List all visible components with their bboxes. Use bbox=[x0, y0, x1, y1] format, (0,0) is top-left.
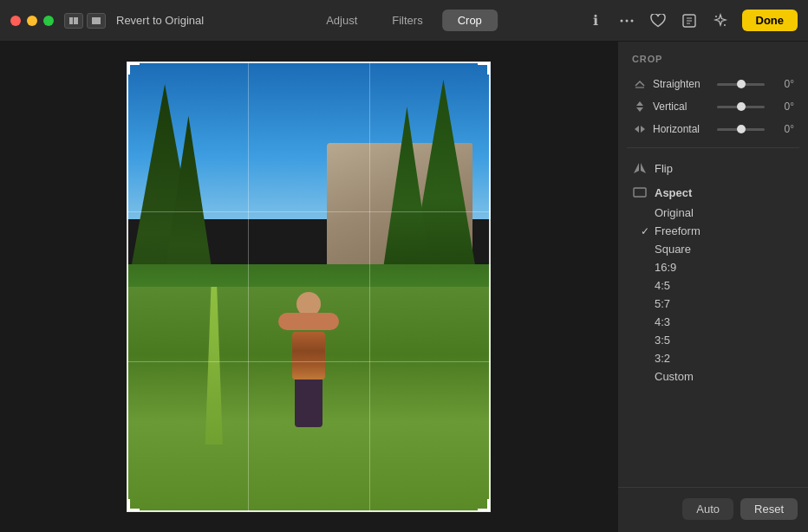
tab-crop[interactable]: Crop bbox=[442, 10, 498, 31]
straighten-value: 0° bbox=[770, 78, 794, 90]
tab-bar: Adjust Filters Crop bbox=[310, 10, 498, 31]
maximize-button[interactable] bbox=[43, 16, 54, 26]
person-legs bbox=[295, 380, 323, 427]
titlebar: Revert to Original Adjust Filters Crop ℹ… bbox=[0, 0, 808, 42]
main-content: CROP Straighten 0° Vertical bbox=[0, 42, 808, 532]
straighten-label: Straighten bbox=[653, 78, 712, 90]
flip-label: Flip bbox=[655, 162, 673, 175]
straighten-thumb[interactable] bbox=[737, 80, 746, 88]
svg-point-8 bbox=[724, 24, 726, 26]
heart-button[interactable] bbox=[648, 11, 668, 30]
tab-adjust[interactable]: Adjust bbox=[310, 10, 373, 31]
done-button[interactable]: Done bbox=[742, 10, 798, 31]
flip-icon bbox=[632, 160, 648, 176]
person-arms bbox=[278, 313, 339, 330]
vertical-slider[interactable] bbox=[717, 106, 765, 108]
aspect-freeform[interactable]: Freeform bbox=[618, 222, 808, 240]
horizontal-thumb[interactable] bbox=[737, 125, 746, 133]
reset-button[interactable]: Reset bbox=[740, 498, 798, 520]
magic-button[interactable] bbox=[711, 11, 730, 30]
info-button[interactable]: ℹ bbox=[586, 11, 605, 30]
svg-marker-15 bbox=[641, 163, 646, 173]
svg-point-7 bbox=[715, 16, 717, 17]
vertical-value: 0° bbox=[770, 101, 794, 113]
aspect-4-5[interactable]: 4:5 bbox=[618, 276, 808, 295]
horizontal-value: 0° bbox=[770, 123, 794, 135]
share-button[interactable] bbox=[680, 11, 699, 30]
vertical-label: Vertical bbox=[653, 101, 712, 113]
revert-button[interactable]: Revert to Original bbox=[116, 14, 204, 27]
aspect-list: Original Freeform Square 16:9 4:5 5:7 4:… bbox=[618, 202, 808, 387]
aspect-header: Aspect bbox=[618, 181, 808, 202]
svg-marker-13 bbox=[641, 126, 645, 133]
aspect-square[interactable]: Square bbox=[618, 240, 808, 258]
titlebar-right: ℹ Done bbox=[586, 10, 798, 31]
photo-canvas bbox=[127, 62, 491, 512]
aspect-5-7[interactable]: 5:7 bbox=[618, 295, 808, 313]
straighten-icon bbox=[632, 76, 648, 92]
right-panel: CROP Straighten 0° Vertical bbox=[617, 42, 808, 532]
flip-row[interactable]: Flip bbox=[618, 155, 808, 181]
svg-rect-0 bbox=[69, 17, 73, 24]
panel-title: CROP bbox=[618, 42, 808, 73]
horizontal-row: Horizontal 0° bbox=[627, 118, 799, 140]
aspect-icon bbox=[632, 185, 648, 200]
aspect-3-5[interactable]: 3:5 bbox=[618, 331, 808, 349]
vertical-icon bbox=[632, 99, 648, 114]
straighten-slider[interactable] bbox=[717, 83, 765, 86]
svg-point-3 bbox=[620, 19, 622, 22]
view-toggle-1[interactable] bbox=[64, 13, 83, 29]
svg-rect-16 bbox=[634, 188, 646, 197]
person bbox=[278, 292, 339, 431]
svg-marker-12 bbox=[635, 126, 639, 133]
divider-1 bbox=[627, 147, 799, 148]
auto-button[interactable]: Auto bbox=[682, 498, 733, 520]
aspect-original[interactable]: Original bbox=[618, 204, 808, 222]
aspect-section: Aspect Original Freeform Square 16:9 4:5… bbox=[618, 181, 808, 387]
horizontal-slider[interactable] bbox=[717, 128, 765, 131]
horizontal-icon bbox=[632, 121, 648, 137]
horizontal-label: Horizontal bbox=[653, 123, 712, 135]
panel-footer: Auto Reset bbox=[618, 487, 808, 532]
more-button[interactable] bbox=[617, 11, 636, 30]
tab-filters[interactable]: Filters bbox=[376, 10, 438, 31]
svg-point-5 bbox=[630, 19, 633, 22]
svg-marker-10 bbox=[636, 101, 643, 106]
aspect-label: Aspect bbox=[655, 186, 692, 199]
traffic-lights bbox=[10, 16, 54, 26]
person-torso bbox=[292, 332, 325, 380]
view-toggle-2[interactable] bbox=[87, 13, 106, 29]
svg-marker-11 bbox=[636, 107, 643, 112]
vertical-thumb[interactable] bbox=[737, 102, 746, 111]
aspect-4-3[interactable]: 4:3 bbox=[618, 313, 808, 331]
svg-point-4 bbox=[625, 19, 628, 22]
aspect-custom[interactable]: Custom bbox=[618, 367, 808, 386]
vertical-row: Vertical 0° bbox=[627, 95, 799, 118]
photo-container[interactable] bbox=[127, 62, 491, 512]
close-button[interactable] bbox=[10, 16, 21, 26]
sliders-section: Straighten 0° Vertical 0° bbox=[618, 73, 808, 140]
aspect-3-2[interactable]: 3:2 bbox=[618, 349, 808, 367]
svg-rect-2 bbox=[92, 17, 101, 24]
minimize-button[interactable] bbox=[27, 16, 37, 26]
aspect-16-9[interactable]: 16:9 bbox=[618, 258, 808, 276]
svg-rect-1 bbox=[74, 17, 78, 24]
straighten-row: Straighten 0° bbox=[627, 73, 799, 95]
svg-marker-14 bbox=[634, 163, 639, 173]
photo-area bbox=[0, 42, 617, 532]
window-controls bbox=[64, 13, 106, 29]
